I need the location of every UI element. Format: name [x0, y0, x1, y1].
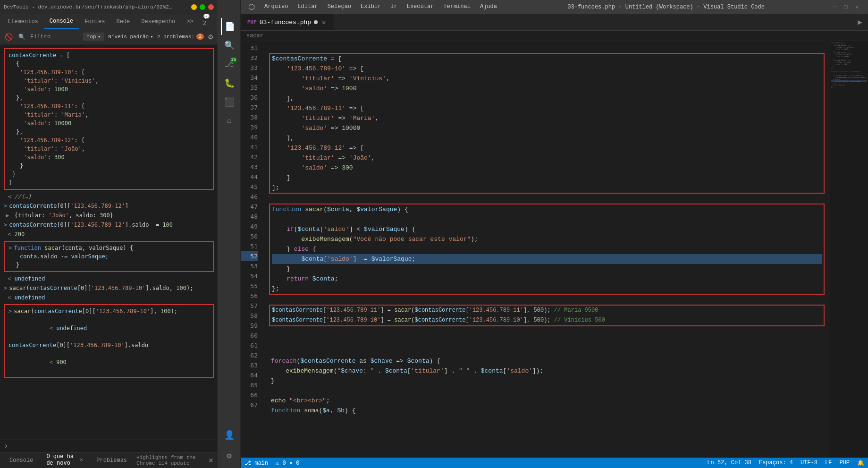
breadcrumb-bar: sacar	[241, 31, 868, 41]
code-line-43: 'saldo' => 300	[272, 163, 822, 173]
editor-content: 31 32 33 34 35 36 37 38 39 40 41 42 43 4…	[241, 41, 868, 458]
console-line: contasCorrente = [	[8, 51, 209, 60]
console-line: ]	[8, 179, 209, 187]
activity-bar: 📄 🔍 ⎇ 15 🐛 ⬛ ⌂ 👤 ⚙	[218, 14, 241, 468]
bottom-tab-news[interactable]: O que há de novo ✕	[41, 451, 89, 468]
console-line: 'saldo': 300	[8, 153, 209, 162]
console-cmd-3: sacar(contasCorrente[0]['123.456.789-10'…	[9, 284, 193, 292]
menu-file[interactable]: Arquivo	[261, 2, 292, 12]
minimap: $contasCorrente = [ '123.456.789-10' => …	[830, 41, 868, 458]
feedback-status[interactable]: 🔔	[857, 459, 864, 467]
devtools-minimize-btn[interactable]	[191, 4, 197, 10]
win-close[interactable]: ✕	[853, 2, 860, 13]
editor-run-btn[interactable]: ▶	[852, 14, 868, 30]
tab-rede[interactable]: Rede	[110, 14, 135, 29]
activity-remote[interactable]: ⌂	[221, 112, 238, 129]
git-badge: 15	[230, 57, 237, 63]
menu-run[interactable]: Executar	[403, 2, 438, 12]
problems-btn[interactable]: 2 problemas: 2	[157, 34, 204, 40]
activity-search[interactable]: 🔍	[221, 37, 238, 54]
bottom-tab-problems[interactable]: Problemas	[91, 455, 133, 466]
win-maximize[interactable]: □	[843, 2, 850, 13]
code-line-67: function soma($a, $b) {	[271, 406, 823, 416]
window-controls: ─ □ ✕	[831, 2, 860, 13]
problems-label: 2 problemas:	[157, 34, 194, 40]
code-line-38: 'titular' => 'Maria',	[272, 113, 822, 123]
console-toolbar: 🚫 🔍 Filtro top ▾ Níveis padrão ▾ 2 probl…	[0, 29, 218, 44]
activity-accounts[interactable]: 👤	[221, 426, 238, 443]
git-branch-status[interactable]: ⎇ main	[244, 459, 268, 467]
bottom-tab-close[interactable]: ✕	[80, 456, 83, 463]
top-dropdown[interactable]: top ▾	[83, 33, 104, 41]
activity-extensions[interactable]: ⬛	[221, 94, 238, 111]
console-output[interactable]: contasCorrente = [ { '123.456.789-10': {…	[0, 44, 218, 440]
vscode-statusbar: ⎇ main ⚠ 0 ✕ 0 Ln 52, Col 38 Espaços: 4 …	[241, 458, 868, 468]
console-line: '123.456.789-11': {	[8, 102, 209, 111]
console-input-area: ›	[0, 440, 218, 452]
code-line-31	[271, 43, 823, 53]
code-line-33: '123.456.789-10' => [	[272, 64, 822, 74]
menu-go[interactable]: Ir	[387, 2, 401, 12]
activity-settings[interactable]: ⚙	[221, 447, 238, 464]
tab-fontes[interactable]: Fontes	[79, 14, 110, 29]
console-line: 'saldo': 1000	[8, 85, 209, 94]
devtools-close-panel-btn[interactable]: ✕	[208, 457, 214, 464]
activity-git[interactable]: ⎇ 15	[221, 56, 238, 73]
menu-edit[interactable]: Editar	[294, 2, 321, 12]
code-line-56	[271, 295, 823, 305]
vscode-menu: ⬡ Arquivo Editar Seleção Exibir Ir Execu…	[248, 2, 501, 12]
activity-debug[interactable]: 🐛	[221, 75, 238, 92]
code-line-52: $conta['saldo'] -= $valorSaque;	[272, 254, 822, 264]
code-line-62: foreach($contasCorrente as $chave => $co…	[271, 356, 823, 366]
menu-selection[interactable]: Seleção	[324, 2, 355, 12]
menu-view[interactable]: Exibir	[357, 2, 385, 12]
console-block-1: contasCorrente = [ { '123.456.789-10': {…	[4, 48, 214, 190]
top-chevron: ▾	[98, 34, 101, 40]
editor-tab-active[interactable]: PHP 03-funcoes.php ✕	[241, 14, 334, 30]
line-ending-status[interactable]: LF	[825, 459, 832, 466]
tab-modified-dot	[314, 20, 318, 24]
console-line: },	[8, 128, 209, 136]
code-line-65	[271, 386, 823, 396]
console-cmd-1: contasCorrente[0]['123.456.789-12']	[9, 202, 128, 210]
devtools-maximize-btn[interactable]	[200, 4, 205, 10]
code-line-41: '123.456.789-12' => [	[272, 143, 822, 153]
devtools-close-btn[interactable]	[208, 4, 214, 10]
activity-explorer[interactable]: 📄	[221, 18, 238, 35]
menu-help[interactable]: Ajuda	[476, 2, 501, 12]
win-minimize[interactable]: ─	[831, 2, 838, 13]
bottom-tab-console[interactable]: Console	[4, 455, 39, 466]
devtools-titlebar: DevTools - dev.uninove.br/seu/frankwsb/p…	[0, 0, 218, 14]
code-line-46	[271, 194, 823, 204]
code-area[interactable]: $contasCorrente = [ '123.456.789-10' => …	[263, 41, 830, 458]
devtools-tabs: Elementos Console Fontes Rede Desempenho…	[0, 14, 218, 29]
encoding-status[interactable]: UTF-8	[801, 459, 817, 466]
tab-more[interactable]: >>	[181, 14, 199, 29]
code-line-63: exibeMensagem("$chave: " . $conta['titul…	[271, 366, 823, 376]
code-line-49: if($conta['saldo'] < $valorSaque) {	[272, 224, 822, 234]
levels-dropdown[interactable]: Níveis padrão ▾	[108, 34, 153, 40]
menu-terminal[interactable]: Terminal	[439, 2, 474, 12]
code-line-64: }	[271, 376, 823, 386]
console-result-1: < //(…)	[0, 192, 218, 201]
tab-console[interactable]: Console	[44, 14, 79, 29]
clear-console-btn[interactable]: 🚫	[4, 32, 14, 42]
devtools-panel: Elementos Console Fontes Rede Desempenho…	[0, 14, 218, 468]
filter-btn[interactable]: 🔍	[17, 33, 26, 41]
console-input-1: > contasCorrente[0]['123.456.789-12']	[0, 201, 218, 211]
spaces-status[interactable]: Espaços: 4	[759, 459, 793, 466]
console-settings-btn[interactable]: ⚙	[208, 33, 214, 41]
line-col-status[interactable]: Ln 52, Col 38	[707, 459, 751, 466]
line-numbers: 31 32 33 34 35 36 37 38 39 40 41 42 43 4…	[241, 41, 263, 458]
editor-area: PHP 03-funcoes.php ✕ ▶ sacar 31 32 33	[241, 14, 868, 468]
console-cmd-2: contasCorrente[0]['123.456.789-12'].sald…	[9, 221, 173, 229]
tab-elementos[interactable]: Elementos	[2, 14, 44, 29]
console-input-field[interactable]	[11, 443, 214, 450]
console-input-2: > contasCorrente[0]['123.456.789-12'].sa…	[0, 220, 218, 230]
language-status[interactable]: PHP	[839, 459, 850, 466]
tab-close-btn[interactable]: ✕	[320, 18, 327, 27]
chat-btn[interactable]: 💬 2	[199, 14, 214, 29]
tab-desempenho[interactable]: Desempenho	[135, 14, 181, 29]
tab-filename: 03-funcoes.php	[260, 19, 311, 26]
problems-status[interactable]: ⚠ 0 ✕ 0	[276, 459, 299, 467]
